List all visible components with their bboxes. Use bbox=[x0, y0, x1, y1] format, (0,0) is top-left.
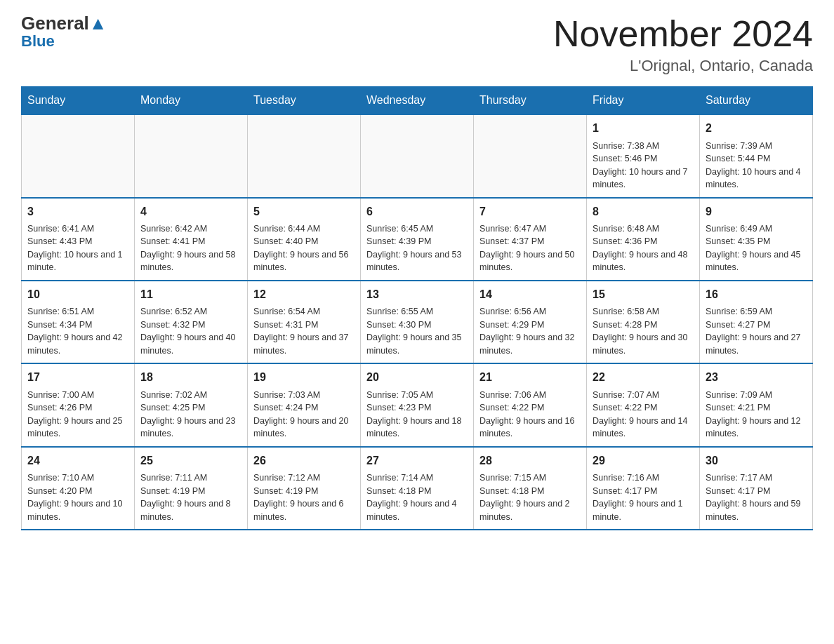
table-row: 11Sunrise: 6:52 AMSunset: 4:32 PMDayligh… bbox=[135, 281, 248, 363]
logo: General▲ Blue bbox=[21, 14, 107, 51]
day-number: 15 bbox=[593, 287, 694, 302]
day-info: Sunrise: 7:16 AMSunset: 4:17 PMDaylight:… bbox=[593, 473, 683, 522]
day-info: Sunrise: 7:38 AMSunset: 5:46 PMDaylight:… bbox=[593, 141, 688, 190]
table-row: 18Sunrise: 7:02 AMSunset: 4:25 PMDayligh… bbox=[135, 363, 248, 446]
day-info: Sunrise: 7:15 AMSunset: 4:18 PMDaylight:… bbox=[479, 473, 570, 522]
location-subtitle: L'Orignal, Ontario, Canada bbox=[553, 57, 813, 75]
table-row: 28Sunrise: 7:15 AMSunset: 4:18 PMDayligh… bbox=[474, 447, 587, 530]
day-info: Sunrise: 7:02 AMSunset: 4:25 PMDaylight:… bbox=[140, 390, 236, 439]
day-number: 18 bbox=[140, 370, 241, 385]
col-saturday: Saturday bbox=[700, 87, 813, 115]
day-number: 23 bbox=[706, 370, 807, 385]
day-info: Sunrise: 7:05 AMSunset: 4:23 PMDaylight:… bbox=[366, 390, 462, 439]
day-number: 13 bbox=[366, 287, 468, 302]
col-tuesday: Tuesday bbox=[248, 87, 361, 115]
day-number: 6 bbox=[366, 204, 468, 220]
col-friday: Friday bbox=[587, 87, 700, 115]
day-info: Sunrise: 6:47 AMSunset: 4:37 PMDaylight:… bbox=[479, 224, 575, 273]
day-number: 10 bbox=[27, 287, 128, 302]
day-number: 22 bbox=[593, 370, 694, 385]
day-number: 11 bbox=[140, 287, 241, 302]
page-header: General▲ Blue November 2024 L'Orignal, O… bbox=[21, 14, 813, 75]
day-number: 3 bbox=[27, 204, 128, 220]
table-row: 30Sunrise: 7:17 AMSunset: 4:17 PMDayligh… bbox=[700, 447, 813, 530]
day-info: Sunrise: 7:39 AMSunset: 5:44 PMDaylight:… bbox=[706, 141, 801, 190]
day-number: 12 bbox=[253, 287, 355, 302]
day-number: 1 bbox=[593, 121, 694, 136]
table-row bbox=[22, 114, 135, 197]
day-info: Sunrise: 6:58 AMSunset: 4:28 PMDaylight:… bbox=[593, 307, 688, 356]
table-row: 17Sunrise: 7:00 AMSunset: 4:26 PMDayligh… bbox=[22, 363, 135, 446]
table-row bbox=[135, 114, 248, 197]
calendar-week-row: 24Sunrise: 7:10 AMSunset: 4:20 PMDayligh… bbox=[22, 447, 813, 530]
table-row: 22Sunrise: 7:07 AMSunset: 4:22 PMDayligh… bbox=[587, 363, 700, 446]
day-info: Sunrise: 7:06 AMSunset: 4:22 PMDaylight:… bbox=[479, 390, 575, 439]
day-info: Sunrise: 6:45 AMSunset: 4:39 PMDaylight:… bbox=[366, 224, 462, 273]
table-row: 23Sunrise: 7:09 AMSunset: 4:21 PMDayligh… bbox=[700, 363, 813, 446]
logo-general-text: General▲ bbox=[21, 14, 107, 32]
day-number: 16 bbox=[706, 287, 807, 302]
day-info: Sunrise: 7:10 AMSunset: 4:20 PMDaylight:… bbox=[27, 473, 123, 522]
table-row: 14Sunrise: 6:56 AMSunset: 4:29 PMDayligh… bbox=[474, 281, 587, 363]
logo-blue-line: Blue bbox=[21, 32, 55, 51]
table-row: 26Sunrise: 7:12 AMSunset: 4:19 PMDayligh… bbox=[248, 447, 361, 530]
table-row: 1Sunrise: 7:38 AMSunset: 5:46 PMDaylight… bbox=[587, 114, 700, 197]
day-info: Sunrise: 6:42 AMSunset: 4:41 PMDaylight:… bbox=[140, 224, 236, 273]
table-row: 7Sunrise: 6:47 AMSunset: 4:37 PMDaylight… bbox=[474, 198, 587, 281]
table-row: 13Sunrise: 6:55 AMSunset: 4:30 PMDayligh… bbox=[361, 281, 474, 363]
table-row: 4Sunrise: 6:42 AMSunset: 4:41 PMDaylight… bbox=[135, 198, 248, 281]
day-info: Sunrise: 6:51 AMSunset: 4:34 PMDaylight:… bbox=[27, 307, 123, 356]
day-info: Sunrise: 6:59 AMSunset: 4:27 PMDaylight:… bbox=[706, 307, 801, 356]
col-wednesday: Wednesday bbox=[361, 87, 474, 115]
calendar-week-row: 3Sunrise: 6:41 AMSunset: 4:43 PMDaylight… bbox=[22, 198, 813, 281]
table-row: 15Sunrise: 6:58 AMSunset: 4:28 PMDayligh… bbox=[587, 281, 700, 363]
table-row: 2Sunrise: 7:39 AMSunset: 5:44 PMDaylight… bbox=[700, 114, 813, 197]
day-number: 20 bbox=[366, 370, 468, 385]
day-info: Sunrise: 7:07 AMSunset: 4:22 PMDaylight:… bbox=[593, 390, 688, 439]
table-row: 20Sunrise: 7:05 AMSunset: 4:23 PMDayligh… bbox=[361, 363, 474, 446]
day-number: 24 bbox=[27, 453, 128, 469]
day-number: 17 bbox=[27, 370, 128, 385]
table-row: 25Sunrise: 7:11 AMSunset: 4:19 PMDayligh… bbox=[135, 447, 248, 530]
table-row: 29Sunrise: 7:16 AMSunset: 4:17 PMDayligh… bbox=[587, 447, 700, 530]
table-row: 10Sunrise: 6:51 AMSunset: 4:34 PMDayligh… bbox=[22, 281, 135, 363]
day-number: 7 bbox=[479, 204, 581, 220]
day-info: Sunrise: 6:44 AMSunset: 4:40 PMDaylight:… bbox=[253, 224, 349, 273]
day-info: Sunrise: 7:11 AMSunset: 4:19 PMDaylight:… bbox=[140, 473, 231, 522]
day-info: Sunrise: 7:03 AMSunset: 4:24 PMDaylight:… bbox=[253, 390, 349, 439]
table-row: 12Sunrise: 6:54 AMSunset: 4:31 PMDayligh… bbox=[248, 281, 361, 363]
table-row: 24Sunrise: 7:10 AMSunset: 4:20 PMDayligh… bbox=[22, 447, 135, 530]
col-thursday: Thursday bbox=[474, 87, 587, 115]
day-info: Sunrise: 7:12 AMSunset: 4:19 PMDaylight:… bbox=[253, 473, 344, 522]
day-info: Sunrise: 6:56 AMSunset: 4:29 PMDaylight:… bbox=[479, 307, 575, 356]
day-info: Sunrise: 6:41 AMSunset: 4:43 PMDaylight:… bbox=[27, 224, 123, 273]
calendar-header-row: Sunday Monday Tuesday Wednesday Thursday… bbox=[22, 87, 813, 115]
day-number: 26 bbox=[253, 453, 355, 469]
col-sunday: Sunday bbox=[22, 87, 135, 115]
logo-blue-word: Blue bbox=[21, 32, 55, 51]
title-block: November 2024 L'Orignal, Ontario, Canada bbox=[553, 14, 813, 75]
day-info: Sunrise: 6:52 AMSunset: 4:32 PMDaylight:… bbox=[140, 307, 236, 356]
day-number: 4 bbox=[140, 204, 241, 220]
day-info: Sunrise: 7:17 AMSunset: 4:17 PMDaylight:… bbox=[706, 473, 801, 522]
day-number: 14 bbox=[479, 287, 581, 302]
calendar-table: Sunday Monday Tuesday Wednesday Thursday… bbox=[21, 86, 813, 530]
day-info: Sunrise: 7:00 AMSunset: 4:26 PMDaylight:… bbox=[27, 390, 123, 439]
day-number: 8 bbox=[593, 204, 694, 220]
table-row: 16Sunrise: 6:59 AMSunset: 4:27 PMDayligh… bbox=[700, 281, 813, 363]
day-number: 19 bbox=[253, 370, 355, 385]
month-year-title: November 2024 bbox=[553, 14, 813, 54]
calendar-week-row: 17Sunrise: 7:00 AMSunset: 4:26 PMDayligh… bbox=[22, 363, 813, 446]
table-row bbox=[361, 114, 474, 197]
calendar-week-row: 1Sunrise: 7:38 AMSunset: 5:46 PMDaylight… bbox=[22, 114, 813, 197]
table-row: 19Sunrise: 7:03 AMSunset: 4:24 PMDayligh… bbox=[248, 363, 361, 446]
day-number: 29 bbox=[593, 453, 694, 469]
day-info: Sunrise: 6:55 AMSunset: 4:30 PMDaylight:… bbox=[366, 307, 462, 356]
calendar-week-row: 10Sunrise: 6:51 AMSunset: 4:34 PMDayligh… bbox=[22, 281, 813, 363]
day-number: 21 bbox=[479, 370, 581, 385]
day-number: 2 bbox=[706, 121, 807, 136]
day-number: 30 bbox=[706, 453, 807, 469]
table-row: 27Sunrise: 7:14 AMSunset: 4:18 PMDayligh… bbox=[361, 447, 474, 530]
day-info: Sunrise: 7:14 AMSunset: 4:18 PMDaylight:… bbox=[366, 473, 457, 522]
table-row: 9Sunrise: 6:49 AMSunset: 4:35 PMDaylight… bbox=[700, 198, 813, 281]
